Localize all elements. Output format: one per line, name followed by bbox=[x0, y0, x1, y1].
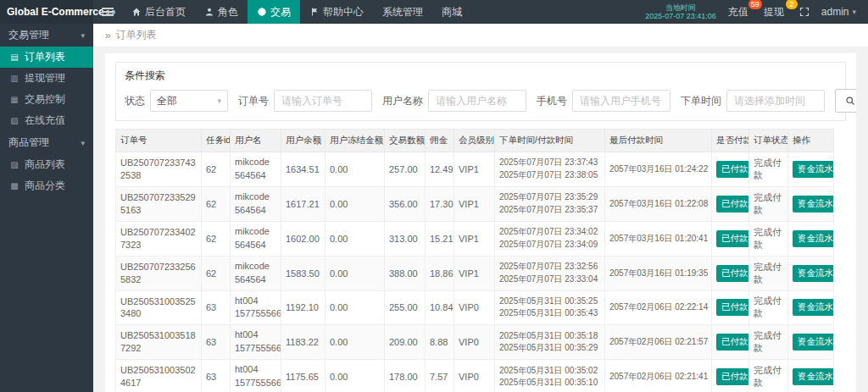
sidebar-item-online-recharge[interactable]: ▧ 在线充值 bbox=[0, 110, 93, 131]
table-row: UB2507072337432538 62 mikcode 564564 163… bbox=[116, 152, 834, 187]
breadcrumb: » 订单列表 bbox=[93, 24, 868, 47]
column-header: 最后付款时间 bbox=[605, 130, 712, 152]
menu-toggle-icon[interactable] bbox=[93, 0, 122, 24]
sidebar-group-trade[interactable]: 交易管理 ▾ bbox=[0, 24, 93, 47]
paid-status-button[interactable]: 已付款 bbox=[716, 299, 749, 316]
pay-time: 2025年07月07日 23:35:37 bbox=[499, 204, 600, 217]
column-header: 操作 bbox=[788, 130, 834, 152]
order-time-label: 下单时间 bbox=[681, 94, 721, 108]
sidebar-item-goods-category[interactable]: ▩ 商品分类 bbox=[0, 175, 93, 196]
recharge-label: 充值 bbox=[728, 6, 748, 18]
last-pay-time: 2057年03月16日 01:24:22 bbox=[605, 152, 712, 187]
local-time-label: 当地时间 bbox=[645, 3, 716, 12]
order-number: UB2507072334027323 bbox=[120, 226, 197, 251]
user-frozen-amount: 0.00 bbox=[326, 186, 385, 221]
task-id: 62 bbox=[202, 256, 231, 290]
commission: 10.84 bbox=[426, 290, 454, 325]
order-number: UB2507072335295163 bbox=[120, 191, 197, 217]
recharge-icon: ▧ bbox=[9, 116, 19, 125]
order-pay-time-cell: 2025年07月07日 23:32:56 2025年07月07日 23:33:0… bbox=[495, 256, 605, 290]
order-time-input[interactable] bbox=[726, 90, 825, 112]
nav-item-roles[interactable]: 角色 bbox=[195, 0, 248, 24]
app-logo: Global E-Commerce3.0 bbox=[0, 0, 93, 24]
nav-item-trade[interactable]: 交易 bbox=[248, 0, 300, 24]
home-icon bbox=[131, 7, 142, 17]
fund-flow-button[interactable]: 资金流水 bbox=[793, 299, 834, 316]
order-time: 2025年07月07日 23:35:29 bbox=[499, 191, 600, 204]
sidebar-item-order-list[interactable]: ▤ 订单列表 bbox=[0, 47, 93, 68]
sidebar-group-label: 商品管理 bbox=[8, 135, 49, 150]
trade-amount: 209.00 bbox=[385, 325, 426, 360]
table-row: UB2507072332565832 62 mikcode 564564 158… bbox=[116, 256, 834, 290]
nav-item-system[interactable]: 系统管理 bbox=[373, 0, 432, 24]
commission: 15.21 bbox=[426, 221, 454, 256]
search-button[interactable]: 搜 索 bbox=[835, 89, 856, 113]
withdraw-link[interactable]: 提现 2 bbox=[764, 5, 787, 19]
fund-flow-button[interactable]: 资金流水 bbox=[793, 265, 834, 282]
fund-flow-button[interactable]: 资金流水 bbox=[793, 161, 834, 178]
paid-status-button[interactable]: 已付款 bbox=[716, 161, 749, 178]
table-row: UB2505310035253480 63 ht004 1577555668 1… bbox=[116, 290, 834, 325]
order-pay-time-cell: 2025年07月07日 23:35:29 2025年07月07日 23:35:3… bbox=[495, 186, 605, 221]
sidebar-group-goods[interactable]: 商品管理 ▾ bbox=[0, 131, 93, 154]
last-pay-time: 2057年03月16日 01:22:08 bbox=[605, 186, 712, 221]
order-pay-time-cell: 2025年07月07日 23:34:02 2025年07月07日 23:34:0… bbox=[495, 221, 605, 256]
last-pay-time: 2057年02月06日 02:21:41 bbox=[605, 360, 712, 392]
paid-status-button[interactable]: 已付款 bbox=[716, 334, 749, 351]
username: admin bbox=[821, 6, 849, 18]
sidebar-item-label: 商品列表 bbox=[25, 157, 65, 172]
paid-status-button[interactable]: 已付款 bbox=[716, 230, 749, 247]
column-header: 用户名 bbox=[231, 130, 281, 152]
paid-status-button[interactable]: 已付款 bbox=[716, 368, 749, 385]
task-id: 63 bbox=[202, 290, 231, 325]
user-balance: 1634.51 bbox=[281, 152, 326, 187]
nav-item-label: 帮助中心 bbox=[323, 5, 364, 19]
fullscreen-icon[interactable] bbox=[799, 7, 810, 17]
order-pay-time-cell: 2025年05月31日 00:35:25 2025年05月31日 00:35:4… bbox=[495, 290, 605, 325]
nav-item-mall[interactable]: 商城 bbox=[432, 0, 471, 24]
order-no-input[interactable] bbox=[274, 90, 372, 112]
phone-input[interactable] bbox=[572, 90, 670, 112]
sidebar-item-withdraw-management[interactable]: ▥ 提现管理 bbox=[0, 68, 93, 89]
goods-list-icon: ▨ bbox=[9, 160, 19, 169]
chevron-down-icon: ▾ bbox=[217, 97, 221, 105]
order-status: 完成付款 bbox=[749, 186, 788, 221]
task-id: 62 bbox=[202, 186, 231, 221]
fund-flow-button[interactable]: 资金流水 bbox=[793, 196, 834, 213]
fund-flow-button[interactable]: 资金流水 bbox=[793, 368, 834, 385]
phone-label: 手机号 bbox=[537, 94, 567, 108]
user-id: 1577555668 bbox=[235, 307, 276, 321]
nav-item-help-center[interactable]: 帮助中心 bbox=[300, 0, 373, 24]
status-select[interactable]: 全部 ▾ bbox=[150, 90, 228, 112]
paid-status-button[interactable]: 已付款 bbox=[716, 265, 749, 282]
sidebar-item-goods-list[interactable]: ▨ 商品列表 bbox=[0, 154, 93, 175]
order-pay-time-cell: 2025年07月07日 23:37:43 2025年07月07日 23:38:0… bbox=[495, 152, 605, 187]
column-header: 任务id bbox=[202, 130, 231, 152]
table-row: UB2505310035187292 63 ht004 1577555668 1… bbox=[116, 325, 834, 360]
status-select-value: 全部 bbox=[157, 94, 177, 108]
withdraw-label: 提现 bbox=[764, 6, 784, 18]
user-cell: mikcode 564564 bbox=[235, 156, 276, 183]
user-menu[interactable]: admin ▾ bbox=[821, 6, 856, 18]
user-frozen-amount: 0.00 bbox=[326, 221, 385, 256]
last-pay-time: 2057年03月16日 01:19:35 bbox=[605, 256, 712, 290]
nav-item-label: 后台首页 bbox=[145, 5, 186, 19]
task-id: 63 bbox=[202, 325, 231, 360]
trade-amount: 257.00 bbox=[385, 152, 426, 187]
nav-item-home[interactable]: 后台首页 bbox=[122, 0, 195, 24]
paid-status-button[interactable]: 已付款 bbox=[716, 196, 749, 213]
vip-level: VIP0 bbox=[454, 290, 495, 325]
vip-level: VIP1 bbox=[454, 186, 495, 221]
user-id: 564564 bbox=[235, 273, 276, 287]
vip-level: VIP1 bbox=[454, 256, 495, 290]
commission: 18.86 bbox=[426, 256, 454, 290]
order-number: UB2505310035253480 bbox=[120, 295, 197, 321]
order-time: 2025年07月07日 23:34:02 bbox=[499, 226, 600, 239]
recharge-link[interactable]: 充值 59 bbox=[728, 5, 752, 19]
user-name-input[interactable] bbox=[428, 90, 526, 112]
nav-item-label: 角色 bbox=[218, 5, 238, 19]
fund-flow-button[interactable]: 资金流水 bbox=[793, 334, 834, 351]
fund-flow-button[interactable]: 资金流水 bbox=[793, 230, 834, 247]
sidebar-item-trade-control[interactable]: ▦ 交易控制 bbox=[0, 89, 93, 110]
order-time: 2025年05月31日 00:35:02 bbox=[499, 365, 600, 378]
